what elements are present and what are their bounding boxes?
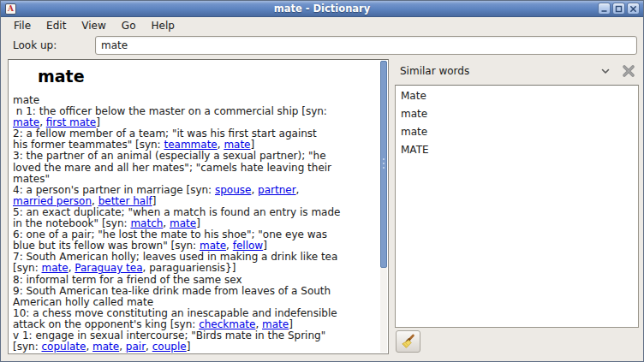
synonym-link[interactable]: couple — [152, 341, 187, 353]
definition-text-segment: , — [39, 116, 46, 128]
similar-word-item[interactable]: mate — [396, 123, 638, 141]
panel-selector-button[interactable] — [598, 63, 613, 79]
definition-text-segment: loved the mare and all her mates"; "came… — [13, 162, 331, 174]
scrollbar-grip — [383, 158, 385, 170]
synonym-link[interactable]: mate — [262, 318, 289, 330]
definition-text-segment: n 1: the officer below the master on a c… — [13, 105, 327, 117]
similar-word-item[interactable]: MATE — [396, 141, 638, 159]
synonym-link[interactable]: fellow — [233, 240, 263, 252]
maximize-button[interactable] — [612, 3, 625, 15]
definition-text-segment: 3: the partner of an animal (especially … — [13, 150, 326, 162]
definition-text: mate n 1: the officer below the master o… — [13, 95, 388, 353]
synonym-link[interactable]: teammate — [164, 139, 217, 151]
menu-go[interactable]: Go — [114, 18, 144, 33]
definition-text-segment: in the notebook" [syn: — [13, 217, 130, 229]
definition-text-segment: blue but its fellow was brown" [syn: — [13, 240, 200, 252]
synonym-link[interactable]: better half — [98, 195, 152, 207]
lookup-label: Look up: — [13, 39, 57, 51]
window-controls — [598, 3, 640, 15]
definition-text-segment: mate — [13, 94, 39, 106]
definition-text-segment: his former teammates" [syn: — [13, 139, 164, 151]
definition-text-segment: , — [146, 341, 152, 353]
definition-text-segment: , — [163, 217, 170, 229]
synonym-link[interactable]: Paraguay tea — [75, 262, 142, 274]
definition-text-segment: attack on the opponent's king [syn: — [13, 318, 199, 330]
menubar: File Edit View Go Help — [1, 17, 643, 33]
definition-text-segment: 7: South American holly; leaves used in … — [13, 251, 337, 263]
definition-text-segment: 8: informal term for a friend of the sam… — [13, 274, 242, 286]
clear-button[interactable] — [396, 330, 420, 353]
synonym-link[interactable]: mate — [170, 217, 196, 229]
definition-text-segment: American holly called mate — [13, 296, 153, 308]
synonym-link[interactable]: mate — [200, 240, 226, 252]
definition-text-segment: , — [119, 341, 126, 353]
chevron-down-icon — [601, 68, 610, 74]
synonym-link[interactable]: mate — [92, 341, 119, 353]
minimize-icon — [600, 5, 608, 13]
synonym-link[interactable]: mate — [42, 262, 69, 274]
menu-view[interactable]: View — [74, 18, 113, 33]
definition-text-segment: [syn: — [13, 262, 42, 274]
sidebar-title: Similar words — [400, 65, 598, 77]
definition-text-segment: ] — [196, 217, 200, 229]
app-icon-glyph: A — [8, 5, 14, 13]
synonym-link[interactable]: copulate — [42, 341, 86, 353]
synonym-link[interactable]: match — [130, 217, 163, 229]
titlebar[interactable]: A mate - Dictionary — [1, 1, 643, 17]
definition-text-segment: [syn: — [13, 341, 42, 353]
definition-text-segment: ] — [187, 341, 191, 353]
menu-help[interactable]: Help — [143, 18, 182, 33]
dictionary-app-icon: A — [5, 3, 16, 15]
sidebar-header[interactable]: Similar words — [395, 59, 639, 83]
minimize-button[interactable] — [598, 3, 611, 15]
similar-words-panel: Similar words MatematemateMATE — [395, 59, 639, 354]
definition-pane[interactable]: mate mate n 1: the officer below the mas… — [8, 59, 389, 354]
scrollbar-thumb[interactable] — [380, 61, 387, 268]
maximize-icon — [615, 5, 623, 13]
definition-text-segment: ] — [152, 195, 157, 207]
menu-file[interactable]: File — [6, 18, 39, 33]
definition-text-segment: 4: a person's partner in marriage [syn: — [13, 184, 215, 196]
definition-text-segment: 6: one of a pair; "he lost the mate to h… — [13, 228, 327, 240]
lookup-row: Look up: — [1, 33, 643, 58]
definition-text-segment: , — [226, 240, 233, 252]
definition-text-segment: v 1: engage in sexual intercourse; "Bird… — [13, 329, 325, 341]
definition-text-segment: ] — [289, 318, 293, 330]
synonym-link[interactable]: mate — [224, 139, 250, 151]
close-button[interactable] — [627, 3, 640, 15]
synonym-link[interactable]: spouse — [215, 184, 251, 196]
definition-line: [syn: copulate, mate, pair, couple] — [13, 341, 388, 353]
synonym-link[interactable]: mate — [13, 116, 39, 128]
definition-text-segment: 9: South American tea-like drink made fr… — [13, 285, 331, 297]
definition-line: loved the mare and all her mates"; "came… — [13, 163, 388, 174]
similar-word-item[interactable]: mate — [396, 105, 638, 123]
window-title: mate - Dictionary — [1, 3, 643, 15]
definition-text-segment: , — [296, 184, 300, 196]
definition-text-segment: ] — [263, 240, 267, 252]
similar-word-item[interactable]: Mate — [396, 87, 638, 105]
definition-text-segment: ] — [96, 116, 100, 128]
definition-text-segment: , — [251, 184, 258, 196]
synonym-link[interactable]: pair — [126, 341, 146, 353]
synonym-link[interactable]: checkmate — [199, 318, 255, 330]
definition-text-segment: , paraguariensis}] — [143, 262, 236, 274]
lookup-input[interactable] — [95, 36, 637, 55]
definition-text-segment: 5: an exact duplicate; "when a match is … — [13, 206, 340, 218]
close-panel-button[interactable] — [620, 62, 637, 80]
menu-edit[interactable]: Edit — [39, 18, 74, 33]
close-icon — [629, 5, 637, 13]
definition-text-segment: , — [255, 318, 262, 330]
sidebar-footer — [395, 329, 639, 354]
synonym-link[interactable]: partner — [258, 184, 296, 196]
synonym-link[interactable]: first mate — [46, 116, 96, 128]
broom-icon — [400, 334, 416, 350]
definition-text-segment: , — [92, 195, 98, 207]
synonym-link[interactable]: married person — [13, 195, 92, 207]
definition-text-segment: 2: a fellow member of a team; "it was hi… — [13, 128, 317, 139]
definition-text-segment: mates" — [13, 173, 50, 185]
definition-scrollbar[interactable] — [380, 61, 387, 353]
definition-text-segment: ] — [251, 139, 255, 151]
similar-words-list[interactable]: MatematemateMATE — [395, 85, 639, 328]
definition-text-segment: , — [86, 341, 92, 353]
dictionary-window: A mate - Dictionary File Edit — [0, 0, 644, 362]
